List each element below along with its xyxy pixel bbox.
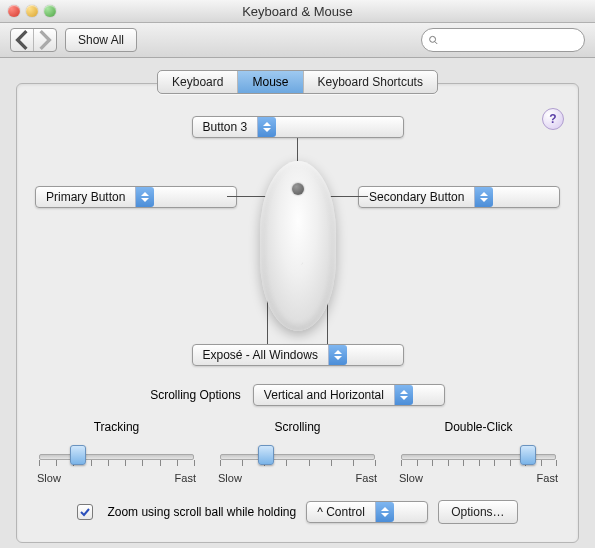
prefs-body: Keyboard Mouse Keyboard Shortcuts ? Butt… [0,58,595,548]
mouse-scrollball-icon [292,183,304,195]
left-button-label: Primary Button [46,190,135,204]
show-all-button[interactable]: Show All [65,28,137,52]
zoom-label: Zoom using scroll ball while holding [107,505,296,519]
tab-mouse[interactable]: Mouse [237,71,302,93]
tracking-label: Tracking [35,420,198,434]
tracking-high: Fast [175,472,196,484]
svg-point-0 [430,36,436,42]
scrollball-action-popup[interactable]: Button 3 [192,116,404,138]
updown-arrows-icon [257,117,276,137]
doubleclick-low: Slow [399,472,423,484]
tab-shortcuts[interactable]: Keyboard Shortcuts [303,71,437,93]
doubleclick-high: Fast [537,472,558,484]
search-input[interactable] [443,32,578,48]
squeeze-action-popup[interactable]: Exposé - All Windows [192,344,404,366]
updown-arrows-icon [474,187,493,207]
squeeze-action-label: Exposé - All Windows [203,348,328,362]
scrolling-slider[interactable] [216,442,379,468]
doubleclick-slider-group: Double-Click Slow Fast [397,420,560,484]
mouse-panel: ? Button 3 Primary Button Secondary Butt… [16,83,579,543]
svg-line-1 [435,42,437,44]
back-button[interactable] [11,29,33,51]
window-title: Keyboard & Mouse [0,4,595,19]
sliders-row: Tracking Slow Fast Scrolling Slow Fast [35,420,560,484]
tab-bar: Keyboard Mouse Keyboard Shortcuts [16,70,579,94]
minimize-icon[interactable] [26,5,38,17]
zoom-modifier-value: ^ Control [317,505,375,519]
connector-line [297,138,298,161]
traffic-lights [8,5,56,17]
right-button-popup[interactable]: Secondary Button [358,186,560,208]
scrollball-action-label: Button 3 [203,120,258,134]
toolbar: Show All [0,23,595,58]
search-field[interactable] [421,28,585,52]
doubleclick-slider[interactable] [397,442,560,468]
apple-logo-icon [290,256,306,274]
updown-arrows-icon [394,385,413,405]
scrolling-options-label: Scrolling Options [150,388,241,402]
left-button-popup[interactable]: Primary Button [35,186,237,208]
nav-back-forward[interactable] [10,28,57,52]
scrolling-options-row: Scrolling Options Vertical and Horizonta… [35,384,560,406]
forward-button[interactable] [33,29,56,51]
doubleclick-label: Double-Click [397,420,560,434]
scrolling-options-popup[interactable]: Vertical and Horizontal [253,384,445,406]
scrolling-slider-group: Scrolling Slow Fast [216,420,379,484]
tracking-slider[interactable] [35,442,198,468]
scrolling-options-value: Vertical and Horizontal [264,388,394,402]
right-button-label: Secondary Button [369,190,474,204]
mouse-diagram: Button 3 Primary Button Secondary Button [35,116,560,366]
checkmark-icon [80,507,90,517]
zoom-row: Zoom using scroll ball while holding ^ C… [35,500,560,524]
scrolling-high: Fast [356,472,377,484]
tracking-slider-group: Tracking Slow Fast [35,420,198,484]
updown-arrows-icon [135,187,154,207]
window-titlebar: Keyboard & Mouse [0,0,595,23]
scrolling-low: Slow [218,472,242,484]
updown-arrows-icon [328,345,347,365]
zoom-modifier-popup[interactable]: ^ Control [306,501,428,523]
zoom-icon[interactable] [44,5,56,17]
zoom-options-button[interactable]: Options… [438,500,517,524]
mouse-graphic [260,161,336,331]
updown-arrows-icon [375,502,394,522]
close-icon[interactable] [8,5,20,17]
tab-keyboard[interactable]: Keyboard [158,71,237,93]
tracking-low: Slow [37,472,61,484]
scrolling-label: Scrolling [216,420,379,434]
search-icon [428,34,439,46]
zoom-checkbox[interactable] [77,504,93,520]
